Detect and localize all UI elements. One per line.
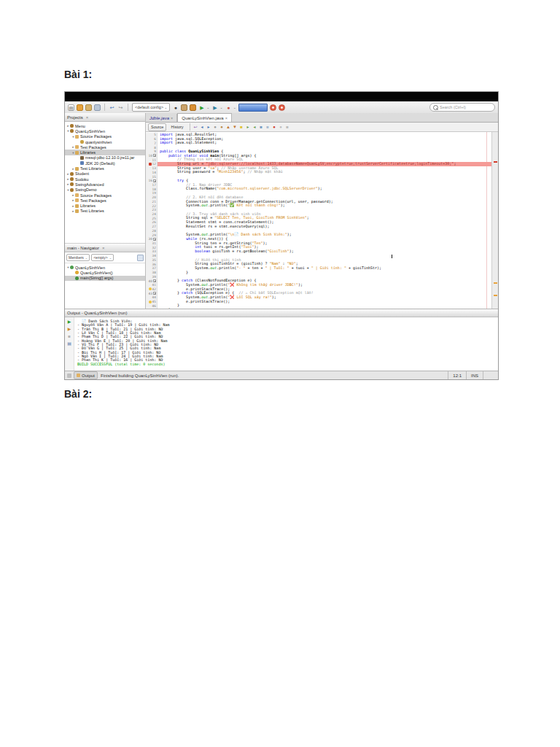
- tree-item-label: Test Packages: [80, 198, 106, 203]
- warning-stripe-mark[interactable]: [494, 282, 497, 284]
- fold-marker-icon[interactable]: [153, 154, 156, 157]
- build-project-icon[interactable]: [181, 104, 187, 111]
- tree-item[interactable]: ▸Source Packages: [65, 193, 145, 198]
- fold-marker-icon[interactable]: [153, 238, 156, 241]
- hint-bulb-icon[interactable]: [149, 287, 152, 290]
- web-icon[interactable]: ●: [172, 104, 179, 111]
- tree-item[interactable]: ▸Test Packages: [65, 198, 145, 203]
- build-settings-icon[interactable]: ▤: [67, 341, 72, 347]
- uncomment-icon[interactable]: ◂: [252, 125, 257, 130]
- project-icon: [70, 172, 74, 176]
- previous-bookmark-icon[interactable]: ■: [265, 125, 271, 130]
- editor-tab[interactable]: QuanLySinhVien.java×: [177, 113, 232, 122]
- close-icon[interactable]: ×: [86, 115, 89, 120]
- forward-icon[interactable]: ▸: [206, 125, 211, 130]
- stop-build-icon[interactable]: ■: [67, 334, 72, 339]
- source-view-button[interactable]: Source: [148, 123, 166, 131]
- tree-item[interactable]: ▾Source Packages: [65, 134, 145, 139]
- lib-folder-icon: [75, 209, 79, 213]
- stop-macro-icon[interactable]: ■: [285, 125, 290, 130]
- tree-item[interactable]: ▸SwingAdvanced: [65, 182, 145, 187]
- clean-build-icon[interactable]: [190, 104, 196, 111]
- tree-item[interactable]: JDK 20 (Default): [65, 160, 145, 166]
- close-icon[interactable]: ×: [171, 116, 173, 120]
- line-number: 24: [152, 212, 156, 216]
- tree-item[interactable]: ▸Test Packages: [65, 144, 145, 150]
- editor-scrollbar[interactable]: [491, 132, 498, 309]
- next-bookmark-icon[interactable]: ■: [259, 125, 264, 130]
- code-text: Class.forName("com.microsoft.sqlserver.j…: [158, 187, 322, 191]
- breakpoint-badge-icon[interactable]: [149, 163, 152, 166]
- close-icon[interactable]: ×: [225, 116, 228, 120]
- fold-marker-icon[interactable]: [153, 179, 156, 182]
- tree-item[interactable]: ▸Test Libraries: [65, 209, 145, 214]
- find-occurrences-icon[interactable]: ●: [219, 125, 225, 130]
- line-number: 37: [152, 266, 156, 270]
- notifications-icon[interactable]: [67, 374, 71, 378]
- start-macro-icon[interactable]: ●: [279, 125, 284, 130]
- profile-project-icon[interactable]: ●: [225, 104, 232, 111]
- redo-icon[interactable]: ↪: [117, 104, 124, 111]
- debug-project-icon[interactable]: ▶: [212, 104, 219, 111]
- tree-item[interactable]: ▸Sudoku: [65, 177, 145, 182]
- find-selection-icon[interactable]: ●: [213, 125, 218, 130]
- history-view-button[interactable]: History: [168, 123, 186, 131]
- code-editor[interactable]: 5import java.sql.ResultSet;6import java.…: [146, 132, 498, 309]
- line-number: 14: [152, 171, 156, 174]
- back-icon[interactable]: ◂: [200, 125, 205, 130]
- output-window-chip[interactable]: Output: [74, 371, 98, 379]
- tree-item[interactable]: ▾Libraries: [65, 150, 145, 155]
- class-icon: [70, 266, 74, 269]
- save-all-icon[interactable]: [94, 104, 101, 111]
- tree-item[interactable]: mssql-jdbc-12.10.0.jre11.jar: [65, 155, 145, 160]
- caret-position: 12:1: [448, 371, 466, 379]
- output-panel-title: Output - QuanLySinhVien (run): [67, 311, 127, 315]
- code-text: ResultSet rs = stmt.executeQuery(sql);: [158, 225, 270, 229]
- line-number: 30: [149, 237, 152, 241]
- navigator-panel: main - Navigator × Members ⌄ <empty> ⌄ ▾…: [65, 244, 145, 309]
- editor-tab[interactable]: Jdble.java×: [146, 114, 177, 122]
- toggle-highlight-icon[interactable]: ■: [239, 125, 244, 130]
- sort-icon[interactable]: [137, 255, 144, 261]
- previous-occurrence-icon[interactable]: ▲: [226, 125, 231, 130]
- tree-item-label: Test Packages: [80, 145, 106, 150]
- line-number: 41: [152, 283, 156, 287]
- warning-stripe-mark[interactable]: [494, 295, 497, 296]
- undo-icon[interactable]: ↩: [109, 104, 115, 111]
- close-icon[interactable]: ×: [102, 246, 105, 250]
- search-input[interactable]: Search (Ctrl+I): [429, 103, 495, 112]
- breakpoint-icon[interactable]: ●: [272, 125, 277, 130]
- tree-item-label: mssql-jdbc-12.10.0.jre11.jar: [85, 155, 134, 160]
- tree-item[interactable]: quanlysinhvien: [65, 139, 145, 144]
- new-project-icon[interactable]: [77, 104, 83, 111]
- tree-item[interactable]: main(String[] args): [65, 276, 145, 281]
- tree-item-label: Source Packages: [80, 134, 112, 139]
- members-filter-dropdown[interactable]: Members ⌄: [66, 254, 90, 261]
- tree-item[interactable]: ▾SwingDemo: [65, 187, 145, 193]
- fold-marker-icon[interactable]: [153, 292, 156, 295]
- fold-marker-icon[interactable]: [153, 279, 156, 282]
- tree-item[interactable]: ▸Libraries: [65, 203, 145, 208]
- next-occurrence-icon[interactable]: ▼: [233, 125, 238, 130]
- hint-bulb-icon[interactable]: [149, 301, 152, 303]
- tree-item[interactable]: ▾QuanLySinhVien: [65, 265, 145, 270]
- rerun-with-args-icon[interactable]: ▶: [67, 327, 72, 332]
- open-project-icon[interactable]: [85, 104, 92, 111]
- last-edit-icon[interactable]: ↩: [193, 125, 198, 130]
- profile-stop-icon[interactable]: [279, 104, 285, 111]
- profile-point-icon[interactable]: [270, 104, 276, 111]
- run-project-icon[interactable]: ▶: [198, 104, 205, 111]
- config-dropdown[interactable]: <default config> ⌄: [132, 103, 170, 112]
- rerun-icon[interactable]: ▶: [67, 320, 72, 325]
- empty-filter-dropdown[interactable]: <empty> ⌄: [91, 254, 114, 261]
- error-stripe-mark[interactable]: [494, 161, 497, 163]
- memory-indicator[interactable]: [238, 104, 268, 112]
- tree-item[interactable]: QuanLySinhVien(): [65, 270, 145, 275]
- insert-mode[interactable]: INS: [466, 371, 483, 379]
- tree-item[interactable]: ▸Student: [65, 171, 145, 177]
- tree-item[interactable]: ▸Test Libraries: [65, 166, 145, 171]
- tree-item[interactable]: ▾QuanLySinhVien: [65, 128, 145, 133]
- comment-icon[interactable]: ▸: [246, 125, 251, 130]
- new-file-icon[interactable]: ▤: [68, 104, 74, 111]
- tree-item[interactable]: ▸Menu: [65, 123, 145, 128]
